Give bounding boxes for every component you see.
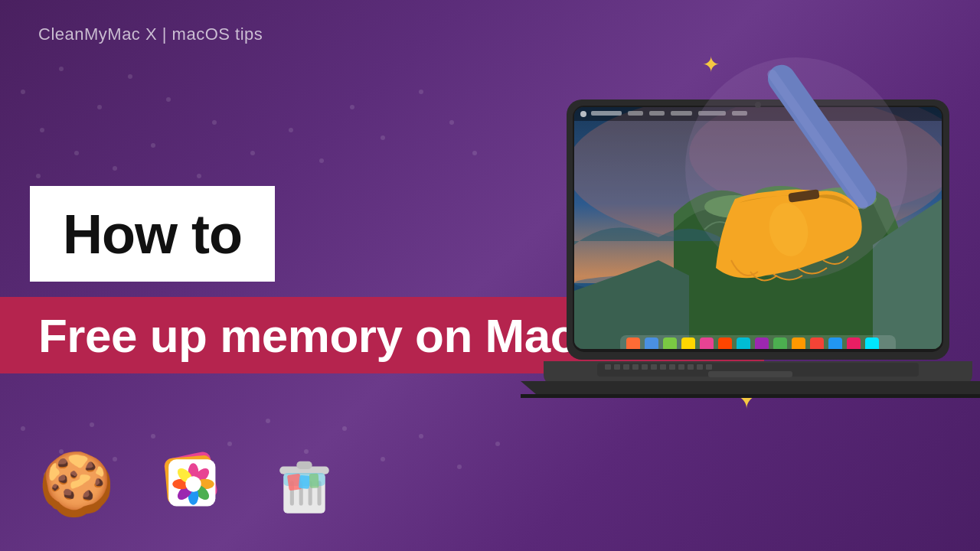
svg-point-18 bbox=[449, 120, 454, 125]
laptop bbox=[521, 77, 980, 505]
svg-rect-98 bbox=[642, 364, 648, 370]
svg-rect-96 bbox=[623, 364, 629, 370]
svg-rect-75 bbox=[698, 111, 726, 116]
svg-rect-97 bbox=[632, 364, 639, 370]
photos-icon bbox=[161, 452, 226, 517]
svg-point-67 bbox=[754, 186, 808, 204]
svg-rect-104 bbox=[697, 364, 703, 370]
svg-rect-74 bbox=[671, 111, 692, 116]
svg-point-7 bbox=[36, 174, 41, 178]
svg-point-15 bbox=[350, 105, 354, 109]
svg-rect-56 bbox=[299, 475, 310, 489]
svg-point-6 bbox=[74, 151, 79, 155]
laptop-svg bbox=[521, 77, 980, 505]
svg-point-1 bbox=[59, 67, 64, 71]
svg-point-4 bbox=[128, 74, 132, 79]
svg-point-33 bbox=[457, 465, 462, 469]
svg-point-10 bbox=[212, 120, 217, 125]
svg-rect-100 bbox=[660, 364, 666, 370]
svg-point-11 bbox=[250, 151, 255, 155]
svg-point-17 bbox=[419, 90, 423, 94]
svg-rect-105 bbox=[706, 364, 712, 370]
svg-point-32 bbox=[419, 434, 423, 439]
main-container: CleanMyMac X | macOS tips How to Free up… bbox=[0, 0, 980, 551]
memory-text: Free up memory on Mac bbox=[38, 308, 577, 363]
svg-point-8 bbox=[113, 166, 117, 171]
svg-rect-73 bbox=[649, 111, 665, 116]
svg-rect-103 bbox=[688, 364, 694, 370]
svg-rect-102 bbox=[678, 364, 684, 370]
sparkle-1-icon: ✦ bbox=[702, 52, 720, 77]
svg-point-20 bbox=[21, 426, 25, 431]
svg-point-16 bbox=[381, 135, 385, 140]
trash-icon bbox=[272, 448, 337, 520]
svg-rect-53 bbox=[296, 461, 312, 469]
svg-point-30 bbox=[342, 426, 347, 431]
svg-point-68 bbox=[808, 187, 877, 210]
svg-point-9 bbox=[151, 143, 155, 148]
svg-point-92 bbox=[755, 102, 761, 108]
svg-point-70 bbox=[580, 111, 586, 117]
svg-rect-94 bbox=[605, 364, 611, 370]
svg-point-3 bbox=[40, 128, 44, 132]
svg-point-19 bbox=[472, 151, 477, 155]
how-to-box: How to bbox=[30, 186, 275, 282]
svg-rect-57 bbox=[309, 474, 319, 488]
svg-point-27 bbox=[227, 442, 232, 446]
svg-point-2 bbox=[97, 105, 102, 109]
bottom-icons: 🍪 bbox=[38, 448, 337, 520]
svg-point-28 bbox=[266, 419, 270, 423]
svg-rect-71 bbox=[591, 111, 622, 116]
svg-rect-95 bbox=[614, 364, 620, 370]
svg-point-14 bbox=[319, 158, 324, 163]
svg-point-0 bbox=[21, 90, 25, 94]
svg-rect-99 bbox=[651, 364, 657, 370]
svg-point-12 bbox=[197, 174, 201, 178]
svg-point-25 bbox=[151, 434, 155, 439]
svg-point-13 bbox=[289, 128, 293, 132]
svg-rect-101 bbox=[669, 364, 675, 370]
svg-point-5 bbox=[166, 97, 171, 102]
svg-point-22 bbox=[90, 422, 94, 427]
brand-text: CleanMyMac X | macOS tips bbox=[38, 24, 263, 44]
svg-point-46 bbox=[185, 476, 201, 491]
svg-rect-106 bbox=[708, 371, 792, 377]
svg-rect-72 bbox=[628, 111, 643, 116]
svg-rect-76 bbox=[732, 111, 747, 116]
svg-point-34 bbox=[495, 442, 500, 446]
how-to-label: How to bbox=[63, 203, 242, 266]
svg-point-31 bbox=[381, 457, 385, 461]
cookie-icon: 🍪 bbox=[38, 454, 115, 515]
